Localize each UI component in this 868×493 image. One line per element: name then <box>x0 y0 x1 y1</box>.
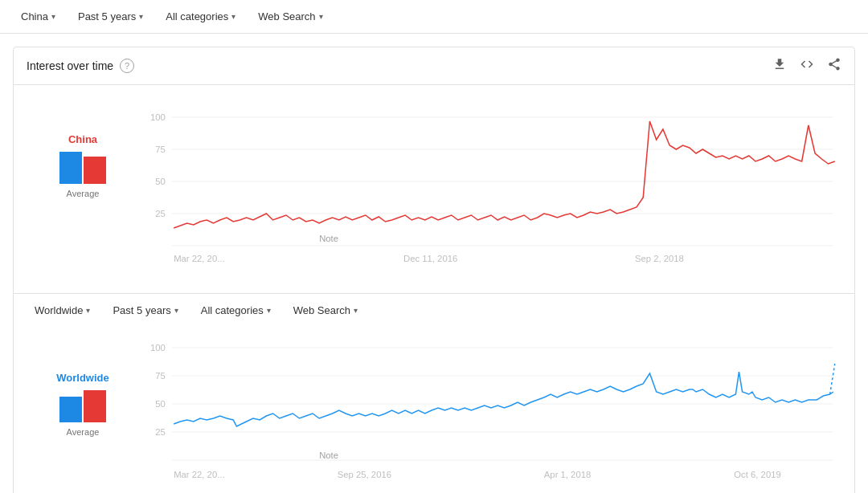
chart1-legend-label: China <box>68 133 97 145</box>
svg-text:75: 75 <box>155 145 166 154</box>
search-type-filter-label: Web Search <box>258 10 315 22</box>
svg-text:Note: Note <box>319 450 338 460</box>
svg-text:25: 25 <box>155 209 166 218</box>
chart2-container: Worldwide Average 100 75 50 25 <box>14 327 854 493</box>
help-icon[interactable]: ? <box>120 59 134 73</box>
card-title-area: Interest over time ? <box>27 59 134 73</box>
svg-text:Apr 1, 2018: Apr 1, 2018 <box>544 470 591 479</box>
svg-text:Mar 22, 20...: Mar 22, 20... <box>174 470 224 479</box>
location2-filter[interactable]: Worldwide ▾ <box>27 300 98 320</box>
chart2-legend-label: Worldwide <box>56 372 108 384</box>
chart1-svg: 100 75 50 25 Mar 22, 20... Dec 11, 2016 … <box>139 101 841 278</box>
chart1-bar-red <box>84 157 106 184</box>
card-title: Interest over time <box>27 59 113 72</box>
search-type-filter[interactable]: Web Search ▾ <box>250 6 330 26</box>
search-type-filter-chevron: ▾ <box>319 12 323 21</box>
time-filter-chevron: ▾ <box>139 12 143 21</box>
search-type2-filter-label: Web Search <box>293 304 350 316</box>
category-filter[interactable]: All categories ▾ <box>158 6 244 26</box>
time2-filter-label: Past 5 years <box>113 304 170 316</box>
embed-icon[interactable] <box>800 57 814 75</box>
card-header: Interest over time ? <box>14 47 854 85</box>
category-filter-label: All categories <box>166 10 228 22</box>
chart2-bar-blue <box>59 397 82 422</box>
svg-text:100: 100 <box>150 112 166 122</box>
second-filter-bar: Worldwide ▾ Past 5 years ▾ All categorie… <box>14 293 854 327</box>
main-card: Interest over time ? China Average <box>13 47 855 493</box>
chart2-bars <box>59 390 106 422</box>
chart1-bars <box>59 152 106 184</box>
svg-text:Dec 11, 2016: Dec 11, 2016 <box>403 254 457 263</box>
svg-text:100: 100 <box>150 343 166 352</box>
svg-text:25: 25 <box>155 427 166 437</box>
svg-text:Oct 6, 2019: Oct 6, 2019 <box>734 470 780 479</box>
time2-filter[interactable]: Past 5 years ▾ <box>104 300 186 320</box>
download-icon[interactable] <box>772 57 787 75</box>
svg-text:Sep 2, 2018: Sep 2, 2018 <box>635 254 684 263</box>
location2-filter-chevron: ▾ <box>86 306 90 315</box>
chart2-svg-area: 100 75 50 25 Mar 22, 20... Sep 25, 2016 … <box>139 340 841 493</box>
chart1-container: China Average 100 75 50 25 Mar <box>14 85 854 293</box>
category2-filter-chevron: ▾ <box>267 306 271 315</box>
chart2-svg: 100 75 50 25 Mar 22, 20... Sep 25, 2016 … <box>139 340 841 493</box>
location-filter[interactable]: China ▾ <box>13 6 63 26</box>
search-type2-filter[interactable]: Web Search ▾ <box>285 300 366 320</box>
svg-line-27 <box>830 364 835 394</box>
category-filter-chevron: ▾ <box>231 12 235 21</box>
svg-text:Mar 22, 20...: Mar 22, 20... <box>174 254 224 263</box>
time-filter-label: Past 5 years <box>78 10 136 22</box>
svg-text:Sep 25, 2016: Sep 25, 2016 <box>338 470 391 479</box>
filter-bar: China ▾ Past 5 years ▾ All categories ▾ … <box>0 0 868 34</box>
chart2-bar-red <box>84 390 106 422</box>
category2-filter[interactable]: All categories ▾ <box>193 300 279 320</box>
time-filter[interactable]: Past 5 years ▾ <box>70 6 151 26</box>
chart2-legend: Worldwide Average <box>27 340 139 493</box>
chart1-legend: China Average <box>27 101 139 280</box>
svg-text:50: 50 <box>155 177 166 186</box>
card-actions <box>772 57 841 75</box>
chart1-svg-area: 100 75 50 25 Mar 22, 20... Dec 11, 2016 … <box>139 101 841 280</box>
location-filter-chevron: ▾ <box>51 12 55 21</box>
svg-text:75: 75 <box>155 371 166 381</box>
location-filter-label: China <box>21 10 48 22</box>
chart1-bar-blue <box>59 152 82 184</box>
category2-filter-label: All categories <box>201 304 264 316</box>
share-icon[interactable] <box>827 57 841 75</box>
chart2-legend-sub: Average <box>67 427 100 437</box>
svg-text:Note: Note <box>319 234 338 243</box>
time2-filter-chevron: ▾ <box>174 306 178 315</box>
location2-filter-label: Worldwide <box>35 304 83 316</box>
search-type2-filter-chevron: ▾ <box>354 306 358 315</box>
chart1-legend-sub: Average <box>67 189 100 198</box>
svg-text:50: 50 <box>155 399 166 409</box>
